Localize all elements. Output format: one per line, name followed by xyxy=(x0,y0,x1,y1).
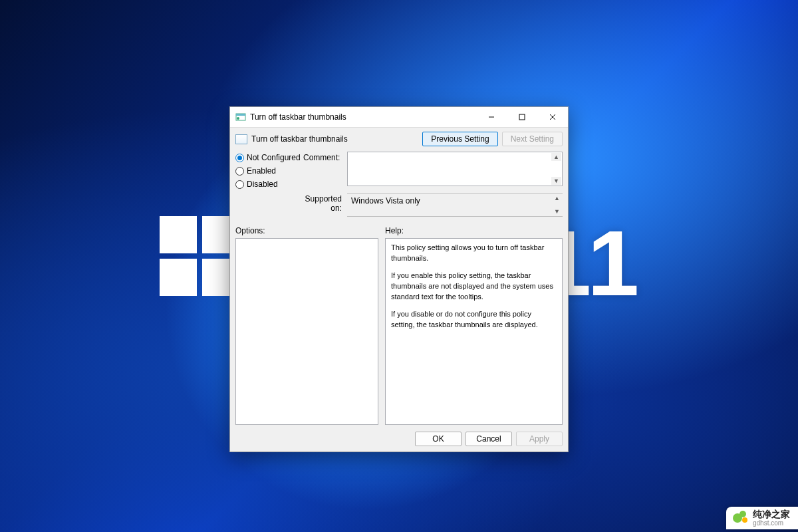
titlebar[interactable]: Turn off taskbar thumbnails xyxy=(230,107,568,127)
help-paragraph: If you enable this policy setting, the t… xyxy=(391,271,557,303)
supported-on-label: Supported on: xyxy=(303,193,344,213)
scroll-up-icon[interactable]: ▲ xyxy=(552,194,562,202)
minimize-button[interactable] xyxy=(476,107,507,127)
radio-disabled[interactable]: Disabled xyxy=(235,180,301,189)
scroll-down-icon[interactable]: ▼ xyxy=(552,207,562,215)
comment-label: Comment: xyxy=(303,152,344,162)
policy-title: Turn off taskbar thumbnails xyxy=(251,134,418,144)
watermark-logo-icon xyxy=(733,511,749,525)
help-paragraph: This policy setting allows you to turn o… xyxy=(391,243,557,264)
help-paragraph: If you disable or do not configure this … xyxy=(391,309,557,331)
close-button[interactable] xyxy=(537,107,568,127)
options-label: Options: xyxy=(235,226,378,235)
radio-icon xyxy=(235,154,244,162)
window-icon xyxy=(235,112,246,122)
windows-logo-icon xyxy=(160,216,239,296)
policy-editor-window: Turn off taskbar thumbnails Turn off tas… xyxy=(229,106,569,452)
desktop-wallpaper: 11 Turn off taskbar thumbnails xyxy=(0,0,798,532)
help-panel: This policy setting allows you to turn o… xyxy=(385,238,563,425)
previous-setting-button[interactable]: Previous Setting xyxy=(422,132,497,146)
radio-enabled[interactable]: Enabled xyxy=(235,166,301,176)
radio-label: Enabled xyxy=(247,166,276,176)
radio-icon xyxy=(235,167,244,176)
radio-label: Disabled xyxy=(247,180,278,189)
watermark: 纯净之家 gdhst.com xyxy=(726,507,798,529)
comment-textarea[interactable]: ▲ ▼ xyxy=(347,152,563,186)
radio-not-configured[interactable]: Not Configured xyxy=(235,153,301,162)
options-panel xyxy=(235,238,378,425)
watermark-url: gdhst.com xyxy=(753,519,790,527)
cancel-button[interactable]: Cancel xyxy=(466,432,512,446)
watermark-name: 纯净之家 xyxy=(753,509,790,519)
supported-on-value: Windows Vista only ▲ ▼ xyxy=(347,193,563,217)
maximize-button[interactable] xyxy=(507,107,537,127)
policy-icon xyxy=(235,134,247,144)
svg-point-2 xyxy=(237,117,239,120)
ok-button[interactable]: OK xyxy=(415,432,462,446)
radio-label: Not Configured xyxy=(247,153,301,162)
radio-icon xyxy=(235,180,244,189)
svg-rect-4 xyxy=(519,114,525,120)
window-title: Turn off taskbar thumbnails xyxy=(250,112,476,122)
scroll-down-icon[interactable]: ▼ xyxy=(551,177,561,185)
scroll-up-icon[interactable]: ▲ xyxy=(551,153,561,161)
svg-rect-1 xyxy=(236,114,245,116)
help-label: Help: xyxy=(385,226,563,235)
apply-button[interactable]: Apply xyxy=(516,432,563,446)
next-setting-button[interactable]: Next Setting xyxy=(502,132,563,146)
